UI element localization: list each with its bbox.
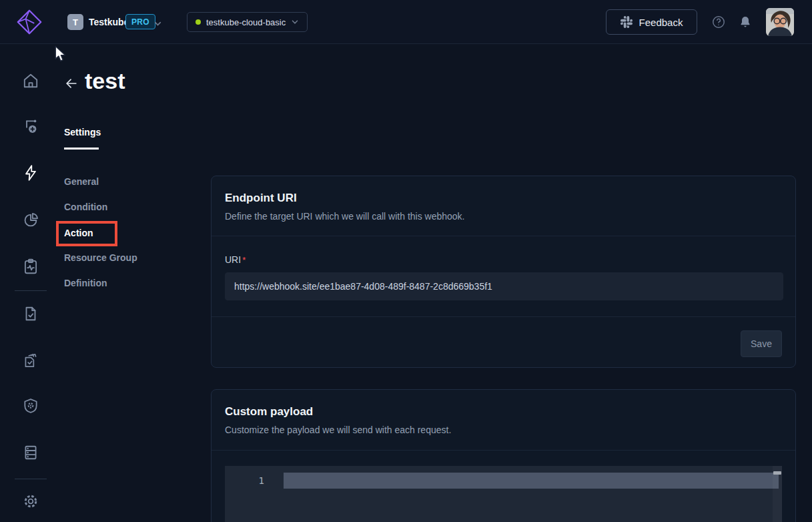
- slack-icon: [621, 16, 633, 28]
- divider: [212, 450, 795, 451]
- card-title: Endpoint URI: [225, 192, 782, 205]
- user-avatar[interactable]: [766, 8, 794, 36]
- editor-line-number: 1: [225, 473, 284, 489]
- card-footer: Save: [212, 317, 795, 370]
- pro-plan-badge: PRO: [125, 14, 155, 29]
- payload-code-editor[interactable]: 1: [225, 466, 782, 522]
- custom-payload-card: Custom payload Customize the payload we …: [211, 389, 796, 522]
- section-nav-definition[interactable]: Definition: [64, 278, 107, 288]
- sidebar-item-sources[interactable]: [22, 444, 39, 461]
- sidebar-item-tests[interactable]: [22, 305, 39, 322]
- tab-settings[interactable]: Settings: [64, 127, 101, 138]
- sidebar-item-executors[interactable]: [22, 397, 39, 415]
- help-icon[interactable]: [711, 15, 726, 29]
- save-button[interactable]: Save: [741, 330, 782, 357]
- section-nav-action[interactable]: Action: [64, 228, 93, 238]
- editor-scrollbar-thumb[interactable]: [773, 471, 781, 475]
- sidebar-item-home[interactable]: [22, 72, 39, 89]
- required-asterisk: *: [242, 255, 246, 265]
- endpoint-uri-card: Endpoint URI Define the target URI which…: [211, 176, 796, 368]
- card-header: Custom payload Customize the payload we …: [212, 390, 795, 449]
- sidebar-item-test-health[interactable]: [22, 258, 39, 275]
- back-button[interactable]: [64, 76, 80, 92]
- sidebar-item-test-suites[interactable]: [22, 352, 39, 369]
- card-description: Define the target URI which we will call…: [225, 211, 782, 222]
- environment-name: testkube-cloud-basic: [206, 17, 286, 27]
- feedback-label: Feedback: [639, 17, 683, 28]
- org-avatar[interactable]: T: [67, 14, 83, 30]
- env-chevron-down-icon: [291, 18, 299, 26]
- section-nav-resource-group[interactable]: Resource Group: [64, 252, 137, 263]
- app-root: T Testkube PRO testkube-cloud-basic Feed…: [0, 0, 812, 522]
- org-chevron-down-icon[interactable]: [153, 19, 162, 31]
- sidebar-item-settings[interactable]: [22, 493, 39, 510]
- sidebar-divider: [15, 479, 47, 479]
- tab-active-underline: [64, 148, 99, 150]
- sidebar-divider: [15, 290, 47, 291]
- org-name: Testkube: [89, 17, 129, 27]
- card-header: Endpoint URI Define the target URI which…: [212, 176, 795, 236]
- uri-field-label: URI: [225, 254, 241, 265]
- environment-selector[interactable]: testkube-cloud-basic: [187, 12, 308, 32]
- testkube-logo-icon[interactable]: [16, 9, 43, 35]
- uri-input[interactable]: [225, 272, 783, 300]
- section-nav-general[interactable]: General: [64, 176, 99, 187]
- page-title: test: [85, 68, 125, 94]
- env-status-dot-icon: [195, 19, 201, 25]
- sidebar-item-triggers[interactable]: [22, 117, 39, 135]
- editor-scrollbar[interactable]: [773, 466, 782, 522]
- uri-field-section: URI*: [212, 236, 795, 316]
- editor-selection-highlight: [284, 473, 779, 489]
- card-title: Custom payload: [225, 405, 782, 419]
- sidebar-rail: [0, 44, 61, 522]
- feedback-button[interactable]: Feedback: [606, 9, 697, 35]
- sidebar-item-webhooks[interactable]: [22, 164, 39, 182]
- section-nav-condition[interactable]: Condition: [64, 202, 107, 212]
- notifications-bell-icon[interactable]: [738, 15, 753, 29]
- card-description: Customize the payload we will send with …: [225, 425, 782, 435]
- top-bar: T Testkube PRO testkube-cloud-basic Feed…: [0, 0, 812, 44]
- sidebar-item-insights[interactable]: [22, 212, 39, 229]
